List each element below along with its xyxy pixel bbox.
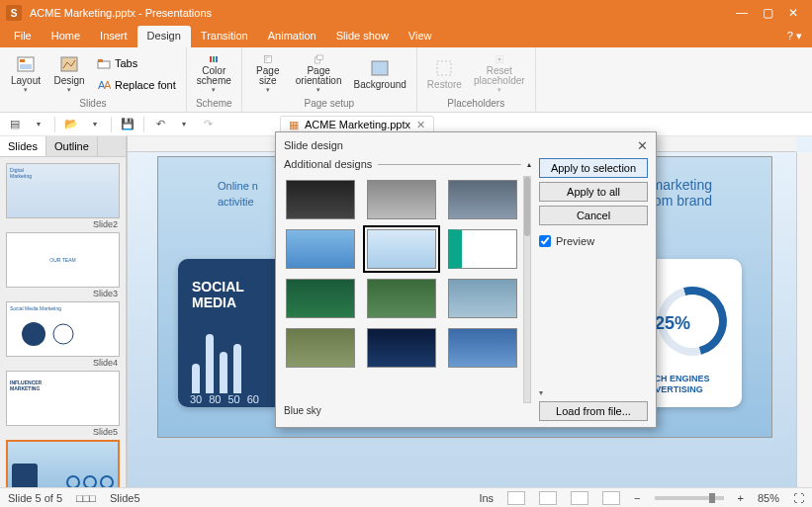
zoom-slider[interactable] [655,496,724,500]
cancel-button[interactable]: Cancel [539,206,648,225]
design-item[interactable] [286,328,355,368]
tab-slides[interactable]: Slides [0,136,46,156]
thumbnail-list[interactable]: DigitalMarketingSlide2 OUR TEAMSlide3 So… [0,157,126,487]
ribbon-group-slides: Layout ▾ Design ▾ Tabs AA Replace font S… [0,47,187,112]
minimize-button[interactable]: — [729,6,755,20]
page-size-button[interactable]: Page size ▾ [248,52,288,96]
menu-file[interactable]: File [4,26,42,47]
collapse-icon[interactable]: ▴ [527,160,531,169]
menu-transition[interactable]: Transition [191,26,258,47]
slide-thumb[interactable]: OUR TEAM [6,232,120,288]
zoom-fit-icon[interactable]: ⛶ [793,492,804,504]
menu-animation[interactable]: Animation [258,26,326,47]
vertical-scrollbar[interactable] [796,152,812,487]
thumb-label: Slide2 [6,218,120,230]
design-item[interactable] [367,279,436,318]
expand-icon[interactable]: ▾ [539,388,543,397]
additional-designs-label: Additional designs▴ [284,158,531,170]
svg-rect-10 [216,56,218,62]
app-icon: S [6,5,22,21]
zoom-out-button[interactable]: − [634,492,640,504]
slide-panel: Slides Outline DigitalMarketingSlide2 OU… [0,136,127,487]
design-button[interactable]: Design ▾ [49,52,89,96]
close-tab-icon[interactable]: ✕ [416,119,425,131]
selected-design-name: Blue sky [284,403,531,421]
slide-design-dialog: Slide design ✕ Additional designs▴ [275,131,657,428]
status-slide-name: Slide5 [110,492,140,504]
window-title: ACME Marketing.pptx - Presentations [30,7,729,19]
slide-thumb[interactable]: Social Media Marketing [6,301,120,357]
design-item[interactable] [367,180,436,219]
menu-slideshow[interactable]: Slide show [326,26,399,47]
slide-thumb-selected[interactable] [6,440,120,487]
chevron-down-icon[interactable]: ▾ [173,115,195,134]
design-grid[interactable] [284,176,519,403]
chevron-down-icon[interactable]: ▾ [84,115,106,134]
menubar: File Home Insert Design Transition Anima… [0,26,812,47]
open-icon[interactable]: 📂 [60,115,82,134]
tab-outline[interactable]: Outline [46,136,98,156]
thumb-label: Slide3 [6,288,120,299]
preview-checkbox[interactable]: Preview [539,235,648,247]
svg-rect-11 [264,55,271,62]
maximize-button[interactable]: ▢ [755,6,780,20]
view-sorter-icon[interactable] [539,491,557,505]
restore-button: Restore [423,52,466,96]
chevron-down-icon[interactable]: ▾ [28,115,49,134]
svg-text:A: A [104,79,111,91]
dialog-close-icon[interactable]: ✕ [637,138,648,153]
status-slide-of: Slide 5 of 5 [8,492,62,504]
svg-rect-1 [20,59,25,62]
menu-home[interactable]: Home [42,26,90,47]
design-item[interactable] [448,279,517,318]
undo-icon[interactable]: ↶ [149,115,171,134]
svg-rect-8 [210,56,212,62]
design-item[interactable] [448,328,517,368]
background-button[interactable]: Background [349,52,409,96]
statusbar: Slide 5 of 5 □□□ Slide5 Ins − + 85% ⛶ [0,487,812,507]
load-from-file-button[interactable]: Load from file... [539,401,648,421]
zoom-in-button[interactable]: + [738,492,744,504]
save-icon[interactable]: 💾 [117,115,138,134]
slide-thumb[interactable]: DigitalMarketing [6,163,120,218]
tabs-button[interactable]: Tabs [93,53,180,73]
color-scheme-button[interactable]: Color scheme ▾ [193,52,235,96]
design-item[interactable] [286,180,355,219]
design-item[interactable] [286,279,355,318]
page-orientation-button[interactable]: Page orientation ▾ [292,52,346,96]
slide-thumb[interactable]: INFLUENCERMARKETING [6,371,120,426]
apply-all-button[interactable]: Apply to all [539,182,648,202]
titlebar: S ACME Marketing.pptx - Presentations — … [0,0,812,26]
view-outline-icon[interactable] [571,491,588,505]
dialog-title: Slide design [284,139,343,151]
presentation-icon: ▦ [289,119,299,131]
new-doc-icon[interactable]: ▤ [4,115,26,134]
menu-insert[interactable]: Insert [90,26,137,47]
ribbon: Layout ▾ Design ▾ Tabs AA Replace font S… [0,47,812,113]
svg-rect-5 [98,59,103,62]
document-tab[interactable]: ▦ ACME Marketing.pptx ✕ [280,116,434,133]
redo-icon[interactable]: ↷ [197,115,219,134]
status-ins: Ins [479,492,494,504]
menu-view[interactable]: View [399,26,442,47]
apply-selection-button[interactable]: Apply to selection [539,158,648,178]
design-item[interactable] [448,229,517,269]
svg-rect-9 [213,56,215,62]
replace-font-button[interactable]: AA Replace font [93,75,180,95]
view-normal-icon[interactable] [507,491,525,505]
view-show-icon[interactable] [602,491,620,505]
design-item[interactable] [367,328,436,368]
design-item[interactable] [286,229,355,269]
design-scrollbar[interactable] [523,176,531,403]
help-button[interactable]: ? ▾ [777,26,812,47]
design-item[interactable] [448,180,517,219]
layout-button[interactable]: Layout ▾ [6,52,45,96]
design-item-selected[interactable] [367,229,436,269]
svg-point-18 [22,322,45,346]
menu-design[interactable]: Design [137,26,191,47]
svg-rect-4 [98,61,110,68]
svg-rect-2 [20,64,32,69]
svg-rect-13 [317,55,323,60]
svg-rect-15 [437,61,451,75]
close-button[interactable]: ✕ [780,6,806,20]
